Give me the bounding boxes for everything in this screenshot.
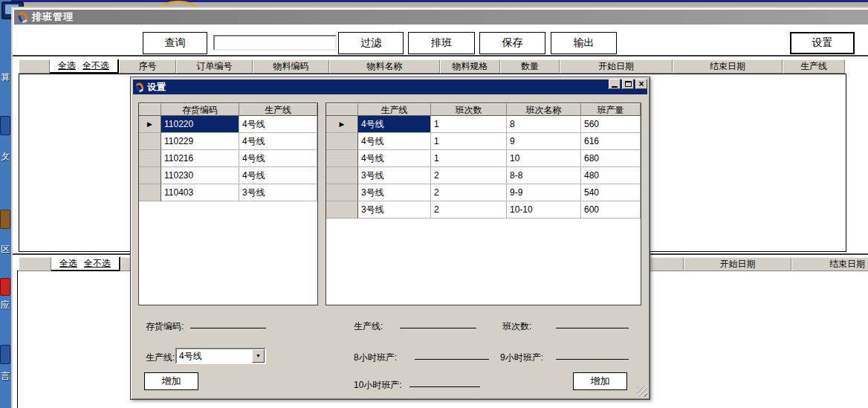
- desktop-icon[interactable]: [0, 116, 10, 135]
- cell[interactable]: 560: [581, 116, 641, 133]
- column-header: 序号: [119, 59, 176, 74]
- desktop-icon-label: 算: [1, 71, 10, 84]
- cell[interactable]: 4号线: [358, 133, 431, 150]
- cell[interactable]: 9: [507, 133, 581, 150]
- close-button[interactable]: ×: [635, 79, 647, 89]
- resize-grip[interactable]: [637, 386, 647, 397]
- shift-count-field[interactable]: [556, 318, 629, 328]
- cell[interactable]: 3号线: [358, 184, 431, 201]
- cell[interactable]: 480: [581, 167, 641, 184]
- production-line-field[interactable]: [400, 318, 476, 328]
- cell[interactable]: 2: [431, 184, 507, 201]
- maximize-button[interactable]: [622, 79, 634, 89]
- cell[interactable]: 110220: [161, 116, 239, 133]
- row-selector[interactable]: [326, 201, 358, 218]
- filter-button[interactable]: 过滤: [338, 32, 404, 54]
- cell[interactable]: 3号线: [358, 167, 431, 184]
- dialog-title: 设置: [147, 81, 166, 94]
- row-selector[interactable]: [326, 133, 358, 150]
- cell[interactable]: 616: [581, 133, 641, 150]
- row-selector[interactable]: [139, 133, 161, 150]
- row-selector-header: [139, 103, 161, 116]
- dialog-titlebar: 设置: [133, 80, 647, 94]
- shift9-field[interactable]: [556, 349, 629, 360]
- grid-column-header[interactable]: 班产量: [581, 103, 641, 116]
- settings-button[interactable]: 设置: [790, 32, 855, 54]
- cell[interactable]: 110403: [161, 184, 239, 201]
- maximize-icon: [625, 81, 632, 87]
- production-line-combo-label: 生产线:: [146, 352, 175, 364]
- row-selector[interactable]: [139, 167, 161, 184]
- desktop-strip: 算 攵 区 应 言: [0, 0, 11, 408]
- schedule-button[interactable]: 排班: [408, 32, 475, 54]
- cell[interactable]: 4号线: [239, 116, 317, 133]
- cell[interactable]: 8: [507, 116, 581, 133]
- row-selector[interactable]: [326, 184, 358, 201]
- grid-column-header[interactable]: 生产线: [358, 103, 431, 116]
- column-header: 生产线: [783, 59, 845, 74]
- row-selector[interactable]: [326, 150, 358, 167]
- cell[interactable]: 2: [431, 201, 507, 218]
- column-header: 物料编码: [253, 59, 329, 74]
- desktop-icon[interactable]: [0, 210, 10, 229]
- cell[interactable]: 600: [581, 201, 641, 218]
- desktop-icon[interactable]: [0, 345, 10, 364]
- panel-divider: [13, 55, 868, 56]
- desktop-icon[interactable]: [0, 278, 10, 296]
- query-button[interactable]: 查询: [143, 32, 207, 54]
- row-selector[interactable]: [326, 167, 358, 184]
- cell[interactable]: 9-9: [507, 184, 581, 201]
- cell[interactable]: 3号线: [239, 184, 317, 201]
- row-selector[interactable]: [139, 184, 161, 201]
- cell[interactable]: 10-10: [507, 201, 581, 218]
- grid-column-header[interactable]: 班次名称: [507, 103, 581, 116]
- cell[interactable]: 110229: [161, 133, 239, 150]
- grid-column-header[interactable]: 生产线: [239, 103, 317, 116]
- row-selector[interactable]: ▶: [139, 116, 161, 133]
- app-title: 排班管理: [32, 10, 74, 24]
- cell[interactable]: 3号线: [358, 201, 431, 218]
- cell[interactable]: 4号线: [239, 167, 317, 184]
- inventory-code-field[interactable]: [190, 318, 266, 328]
- row-selector-header: [326, 103, 358, 116]
- row-selector[interactable]: [139, 150, 161, 167]
- export-button[interactable]: 输出: [551, 32, 617, 54]
- combobox-value: 4号线: [179, 350, 202, 362]
- production-line-combobox[interactable]: 4号线 ▼: [175, 348, 266, 364]
- select-links-cell: 全选全不选: [50, 59, 119, 74]
- cell[interactable]: 4号线: [358, 116, 431, 133]
- cell[interactable]: 110230: [161, 167, 239, 184]
- save-button[interactable]: 保存: [479, 32, 545, 54]
- add-shift-button[interactable]: 增加: [573, 372, 627, 390]
- cell[interactable]: 680: [581, 150, 641, 167]
- cell[interactable]: 8-8: [507, 167, 581, 184]
- select-none-link[interactable]: 全不选: [84, 257, 111, 270]
- cell[interactable]: 10: [507, 150, 581, 167]
- cell[interactable]: 4号线: [358, 150, 431, 167]
- cell[interactable]: 540: [581, 184, 641, 201]
- select-all-link[interactable]: 全选: [58, 59, 76, 72]
- minimize-button[interactable]: [609, 79, 621, 89]
- settings-dialog: 设置 × 存货编码生产线▶1102204号线1102294号线1102164号线…: [130, 77, 650, 400]
- column-header: 开始日期: [684, 257, 791, 271]
- header-blank-cell: [19, 257, 51, 271]
- shift10-field[interactable]: [409, 377, 480, 387]
- search-input[interactable]: [213, 35, 337, 51]
- cell[interactable]: 110216: [161, 150, 239, 167]
- cell[interactable]: 4号线: [239, 150, 317, 167]
- cell[interactable]: 2: [431, 167, 507, 184]
- select-all-link[interactable]: 全选: [59, 257, 77, 270]
- chevron-down-icon[interactable]: ▼: [252, 349, 265, 363]
- shift8-field[interactable]: [415, 349, 489, 360]
- add-inventory-button[interactable]: 增加: [144, 372, 198, 390]
- cell[interactable]: 4号线: [239, 133, 317, 150]
- grid-column-header[interactable]: 存货编码: [161, 103, 239, 116]
- row-selector[interactable]: ▶: [326, 116, 358, 133]
- grid-column-header[interactable]: 班次数: [431, 103, 507, 116]
- header-blank-cell: [19, 59, 50, 74]
- cell[interactable]: 1: [431, 133, 507, 150]
- select-none-link[interactable]: 全不选: [82, 59, 109, 72]
- dialog-logo-icon: [135, 81, 146, 93]
- cell[interactable]: 1: [431, 150, 507, 167]
- cell[interactable]: 1: [431, 116, 507, 133]
